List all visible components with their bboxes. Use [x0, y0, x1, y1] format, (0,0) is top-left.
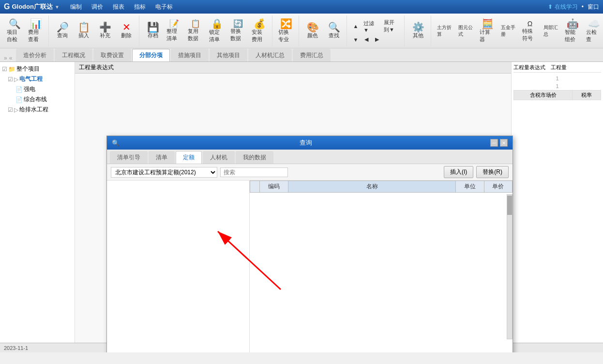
status-text: 2023-11-1: [4, 345, 28, 351]
dialog-query-icon: 🔍: [112, 139, 120, 147]
btn-color[interactable]: 🎨颜色: [303, 21, 322, 40]
dlg-tab-mydata[interactable]: 我的数据: [236, 151, 273, 164]
dialog-minimize[interactable]: ─: [490, 139, 498, 147]
query-dialog: 🔍 查询 ─ ✕ 清单引导 清单 定额 人材机 我的数据 北京市建设工程预算定额…: [106, 136, 513, 352]
tab-labor-material[interactable]: 人材机汇总: [248, 49, 292, 61]
dialog-tabs: 清单引导 清单 定额 人材机 我的数据: [107, 150, 513, 164]
btn-lock[interactable]: 🔒锁定清单: [207, 18, 226, 44]
menu-bianji[interactable]: 编制: [65, 1, 87, 13]
btn-other[interactable]: ⚙️其他: [408, 21, 428, 40]
btn-save[interactable]: 💾存档: [143, 18, 163, 44]
menu-baobiao[interactable]: 报表: [108, 1, 129, 13]
online-learning[interactable]: ⬆ 在线学习: [548, 3, 577, 11]
tab-measures[interactable]: 措施项目: [171, 49, 209, 61]
btn-formula[interactable]: 图元公式: [456, 18, 476, 44]
btn-delete[interactable]: ✕删除: [117, 21, 136, 40]
tg-query: 🔎查询 📋插入 ➕补充 ✕删除: [50, 15, 139, 46]
col-unit-header: 单位: [456, 181, 484, 193]
btn-query[interactable]: 🔎查询: [53, 21, 72, 40]
tg-check: 🔍项目自检 📊费用查看: [2, 15, 49, 46]
tab-fee-settings[interactable]: 取费设置: [93, 49, 131, 61]
nav-back[interactable]: »: [4, 55, 7, 61]
menu-zhibiao[interactable]: 指标: [129, 1, 151, 13]
menu-dianzibiao[interactable]: 电子标: [151, 1, 178, 13]
separator: •: [582, 3, 584, 10]
btn-expand[interactable]: 展开到▼: [382, 18, 401, 34]
price-value1: 1: [513, 75, 601, 82]
main-area: ☑ 📁 整个项目 ☑ ▷ 电气工程 📄 强电 📄 综合布线 ☑: [0, 62, 603, 343]
checkbox-electric[interactable]: ☑: [8, 76, 13, 83]
sidebar-strong-label: 强电: [24, 85, 35, 93]
btn-cloud-check[interactable]: ☁️云检查: [584, 18, 603, 44]
tab-cost-summary[interactable]: 费用汇总: [293, 49, 331, 61]
price-value2: 1: [513, 82, 601, 90]
btn-filter[interactable]: 过滤▼: [362, 18, 381, 34]
price-panel-header: 工程量表达式 工程量: [513, 64, 601, 73]
insert-btn[interactable]: 插入(I): [444, 166, 473, 178]
btn-find[interactable]: 🔍查找: [324, 21, 344, 40]
btn-left[interactable]: ◀: [362, 35, 371, 44]
btn-replace-data[interactable]: 🔄替换数据: [228, 18, 248, 44]
dialog-close[interactable]: ✕: [500, 139, 508, 147]
btn-symbol[interactable]: Ω特殊符号: [520, 18, 540, 44]
tabbar: » « 造价分析 工程概况 取费设置 分部分项 措施项目 其他项目 人材机汇总 …: [0, 48, 603, 62]
toolbar1: 🔍项目自检 📊费用查看 🔎查询 📋插入 ➕补充 ✕删除 💾存档 📝整理清单 📋复…: [0, 14, 603, 48]
checkbox-water[interactable]: ☑: [8, 106, 13, 113]
dlg-tab-quota[interactable]: 定额: [176, 151, 202, 164]
quota-dropdown[interactable]: 北京市建设工程预算定额(2012): [111, 167, 217, 178]
dropdown-icon[interactable]: ▼: [55, 4, 60, 10]
sidebar-item-electric[interactable]: ☑ ▷ 电气工程: [8, 74, 73, 84]
nav-collapse[interactable]: «: [9, 55, 13, 61]
tree-panel: [107, 181, 250, 352]
folder-icon3: ▷: [14, 106, 18, 113]
col-code-header: 编码: [260, 181, 288, 193]
sidebar-root-label: 整个项目: [16, 65, 40, 73]
price-table: 含税市场价 税率: [513, 90, 601, 100]
tg-nav: ▲ 过滤▼ 展开到▼ ▼ ◀ ▶: [348, 15, 405, 46]
menu-tiaojia[interactable]: 调价: [87, 1, 108, 13]
dlg-tab-guide[interactable]: 清单引导: [110, 151, 148, 164]
folder-icon: 📁: [8, 66, 15, 73]
search-input[interactable]: [220, 167, 288, 177]
tg-file: 💾存档 📝整理清单 📋复用数据 🔒锁定清单 🔄替换数据 💰安装费用: [140, 15, 272, 46]
dialog-controls: ─ ✕: [490, 139, 508, 147]
price-panel: 工程量表达式 工程量 1 1 含税市场价 税率: [511, 62, 603, 343]
tab-other-items[interactable]: 其他项目: [210, 49, 247, 61]
window-menu[interactable]: 窗口: [588, 3, 599, 11]
btn-switch-pro[interactable]: 🔀切换专业: [276, 18, 296, 44]
btn-organize[interactable]: 📝整理清单: [165, 18, 184, 44]
btn-project-check[interactable]: 🔍项目自检: [5, 18, 24, 44]
tg-switch: 🔀切换专业: [273, 15, 299, 46]
btn-insert[interactable]: 📋插入: [74, 21, 93, 40]
btn-install-cost[interactable]: 💰安装费用: [250, 18, 269, 44]
checkbox-root[interactable]: ☑: [2, 66, 7, 73]
btn-calculator[interactable]: 🧮计算器: [478, 18, 497, 44]
sidebar: ☑ 📁 整个项目 ☑ ▷ 电气工程 📄 强电 📄 综合布线 ☑: [0, 62, 75, 343]
sidebar-item-strong[interactable]: 📄 强电: [15, 84, 73, 94]
btn-supplement[interactable]: ➕补充: [95, 21, 115, 40]
tab-project-overview[interactable]: 工程概况: [55, 49, 92, 61]
expr-label: 工程量表达式: [79, 63, 114, 72]
btn-reuse[interactable]: 📋复用数据: [186, 18, 205, 44]
btn-local-sum[interactable]: 局部汇总: [542, 18, 561, 44]
tab-sections[interactable]: 分部分项: [132, 49, 170, 61]
btn-hardware[interactable]: 五金手册: [499, 18, 518, 44]
dlg-tab-labor[interactable]: 人材机: [203, 151, 235, 164]
tab-cost-analysis[interactable]: 造价分析: [16, 49, 54, 61]
btn-down[interactable]: ▼: [351, 35, 361, 44]
col-tax-header: 税率: [573, 91, 601, 100]
logo-icon: G: [4, 2, 10, 11]
btn-right[interactable]: ▶: [372, 35, 382, 44]
dlg-tab-list[interactable]: 清单: [149, 151, 175, 164]
sidebar-root: ☑ 📁 整个项目: [2, 64, 73, 74]
sidebar-item-wiring[interactable]: 📄 综合布线: [15, 94, 73, 105]
replace-btn[interactable]: 替换(R): [476, 166, 509, 178]
grid-panel: 编码 名称 单位 单价: [250, 181, 513, 352]
sidebar-item-water[interactable]: ☑ ▷ 给排水工程: [8, 105, 73, 115]
btn-smart-price[interactable]: 🤖智能组价: [563, 18, 582, 44]
btn-up[interactable]: ▲: [351, 18, 361, 34]
btn-cost-view[interactable]: 📊费用查看: [26, 18, 45, 44]
btn-earthwork[interactable]: 土方折算: [435, 18, 454, 44]
top-right: ⬆ 在线学习 • 窗口: [548, 3, 599, 11]
col-price-header: 含税市场价: [514, 91, 573, 100]
